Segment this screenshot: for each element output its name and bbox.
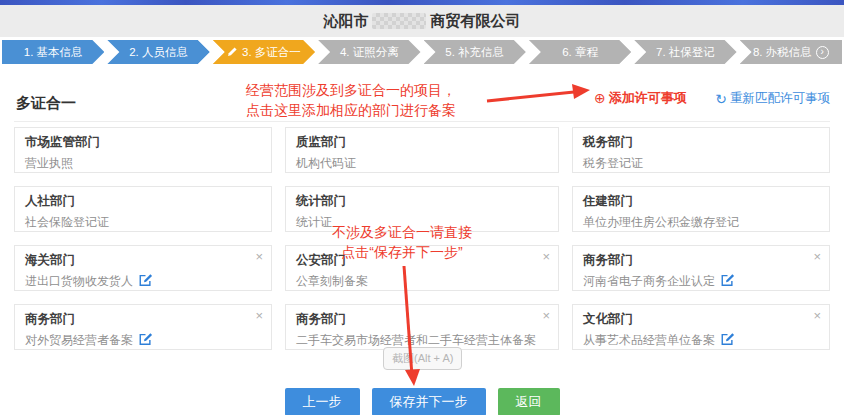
certificate-name: 进出口货物收发货人	[25, 273, 133, 290]
step-label: 8. 办税信息	[753, 45, 812, 60]
permit-card-market-regulation: 市场监管部门 营业执照	[14, 127, 272, 173]
plus-circle-icon: ⊕	[594, 90, 606, 106]
add-permit-button[interactable]: ⊕ 添加许可事项	[594, 89, 687, 107]
permit-card-commerce-foreign-trade: × 商务部门 对外贸易经营者备案	[14, 304, 272, 350]
permit-card-quality-supervision: 质监部门 机构代码证	[285, 127, 559, 173]
department-name: 统计部门	[296, 193, 536, 210]
certificate-name: 营业执照	[25, 155, 73, 172]
department-name: 住建部门	[583, 193, 807, 210]
page-header: 沁阳市 商贸有限公司	[0, 5, 844, 37]
add-permit-label: 添加许可事项	[609, 89, 687, 107]
footer-actions: 上一步 保存并下一步 返回	[0, 388, 844, 415]
department-name: 商务部门	[583, 252, 807, 269]
department-name: 质监部门	[296, 134, 536, 151]
refresh-icon: ↻	[715, 91, 727, 107]
step-basic-info[interactable]: 1. 基本信息	[2, 40, 104, 64]
edit-icon[interactable]	[720, 332, 735, 349]
permit-card-human-resources: 人社部门 社会保险登记证	[14, 186, 272, 232]
department-name: 海关部门	[25, 252, 249, 269]
permit-card-tax: 税务部门 税务登记证	[572, 127, 830, 173]
rematch-permit-label: 重新匹配许可事项	[730, 90, 830, 107]
step-multi-cert[interactable]: 3. 多证合一	[213, 40, 315, 64]
annotation-line: 经营范围涉及到多证合一的项目，	[246, 80, 456, 100]
annotation-line: 点击这里添加相应的部门进行备案	[246, 100, 456, 120]
back-button[interactable]: 返回	[498, 388, 560, 415]
close-icon[interactable]: ×	[813, 309, 821, 322]
step-supplement-info[interactable]: 5. 补充信息	[424, 40, 526, 64]
close-icon[interactable]: ×	[542, 250, 550, 263]
chevron-right-circle-icon[interactable]: ›	[816, 46, 829, 59]
step-cert-separation[interactable]: 4. 证照分离	[318, 40, 420, 64]
certificate-name: 从事艺术品经营单位备案	[583, 332, 715, 349]
department-name: 税务部门	[583, 134, 807, 151]
department-name: 人社部门	[25, 193, 249, 210]
company-title-prefix: 沁阳市	[324, 12, 369, 31]
certificate-name: 机构代码证	[296, 155, 356, 172]
certificate-name: 单位办理住房公积金缴存登记	[583, 214, 739, 231]
certificate-name: 税务登记证	[583, 155, 643, 172]
step-label: 7. 社保登记	[656, 45, 715, 60]
step-label: 3. 多证合一	[242, 45, 301, 60]
department-name: 商务部门	[296, 311, 536, 328]
certificate-name: 河南省电子商务企业认定	[583, 273, 715, 290]
annotation-line: 不涉及多证合一请直接	[312, 222, 492, 242]
step-personnel-info[interactable]: 2. 人员信息	[107, 40, 209, 64]
permit-card-culture: × 文化部门 从事艺术品经营单位备案	[572, 304, 830, 350]
close-icon[interactable]: ×	[255, 309, 263, 322]
multi-cert-wizard-page: 沁阳市 商贸有限公司 1. 基本信息 2. 人员信息 3. 多证合一 4. 证照…	[0, 0, 844, 415]
annotation-add-permit: 经营范围涉及到多证合一的项目， 点击这里添加相应的部门进行备案	[246, 80, 456, 120]
section-divider	[14, 121, 830, 122]
section-title: 多证合一	[16, 94, 76, 113]
redacted-company-name	[372, 13, 426, 29]
step-label: 1. 基本信息	[24, 45, 83, 60]
permit-card-customs: × 海关部门 进出口货物收发货人	[14, 245, 272, 291]
pencil-icon	[227, 46, 238, 59]
department-name: 商务部门	[25, 311, 249, 328]
edit-icon[interactable]	[138, 273, 153, 290]
step-label: 6. 章程	[562, 45, 598, 60]
certificate-name: 对外贸易经营者备案	[25, 332, 133, 349]
step-wizard: 1. 基本信息 2. 人员信息 3. 多证合一 4. 证照分离 5. 补充信息 …	[2, 40, 842, 64]
permit-card-commerce-used-car: × 商务部门 二手车交易市场经营者和二手车经营主体备案	[285, 304, 559, 350]
step-label: 5. 补充信息	[445, 45, 504, 60]
department-name: 文化部门	[583, 311, 807, 328]
company-title: 沁阳市 商贸有限公司	[324, 12, 521, 31]
edit-icon[interactable]	[138, 332, 153, 349]
prev-step-button[interactable]: 上一步	[285, 388, 360, 415]
department-name: 市场监管部门	[25, 134, 249, 151]
step-label: 4. 证照分离	[340, 45, 399, 60]
close-icon[interactable]: ×	[542, 309, 550, 322]
annotation-line: 点击“保存并下一步”	[312, 242, 492, 262]
close-icon[interactable]: ×	[255, 250, 263, 263]
annotation-save-next: 不涉及多证合一请直接 点击“保存并下一步”	[312, 222, 492, 262]
rematch-permit-button[interactable]: ↻ 重新匹配许可事项	[715, 90, 830, 107]
close-icon[interactable]: ×	[813, 250, 821, 263]
edit-icon[interactable]	[720, 273, 735, 290]
company-title-suffix: 商贸有限公司	[431, 12, 521, 31]
certificate-name: 公章刻制备案	[296, 273, 368, 290]
step-social-security[interactable]: 7. 社保登记	[634, 40, 736, 64]
permit-card-commerce-ecommerce: × 商务部门 河南省电子商务企业认定	[572, 245, 830, 291]
save-next-button[interactable]: 保存并下一步	[372, 388, 486, 415]
certificate-name: 社会保险登记证	[25, 214, 109, 231]
step-tax-info[interactable]: 8. 办税信息 ›	[740, 40, 842, 64]
permit-card-housing-construction: 住建部门 单位办理住房公积金缴存登记	[572, 186, 830, 232]
step-label: 2. 人员信息	[129, 45, 188, 60]
step-charter[interactable]: 6. 章程	[529, 40, 631, 64]
screenshot-shortcut-tooltip: 截图(Alt + A)	[383, 347, 462, 370]
